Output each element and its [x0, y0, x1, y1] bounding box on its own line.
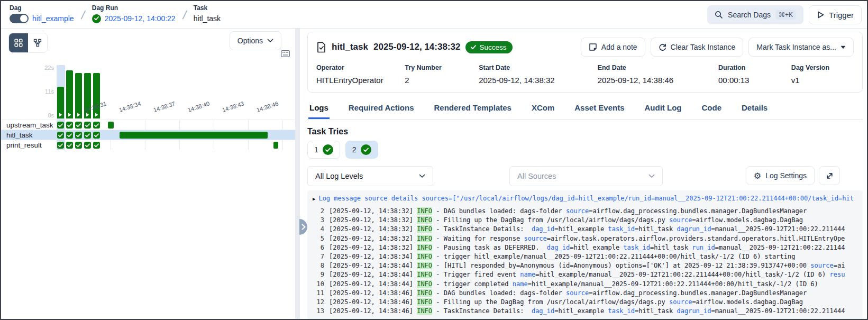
log-lines: 2[2025-09-12, 14:38:32] INFO - DAG bundl…	[313, 207, 863, 316]
add-note-button[interactable]: Add a note	[581, 38, 645, 57]
log-line: 4[2025-09-12, 14:38:32] INFO - TaskInsta…	[313, 225, 863, 234]
expand-icon	[826, 172, 834, 180]
log-output[interactable]: ▶Log message source details sources=["/u…	[307, 190, 863, 319]
search-dags-button[interactable]: Search Dags ⌘+K	[707, 5, 803, 24]
log-line-number: 9	[313, 270, 324, 279]
task-gantt-bar[interactable]	[120, 132, 268, 139]
try-success-icon	[361, 144, 371, 155]
dag-run-duration-bar[interactable]	[57, 87, 64, 118]
log-line: 13[2025-09-12, 14:38:46] INFO - TaskInst…	[313, 307, 863, 316]
dag-pause-toggle[interactable]	[10, 14, 29, 23]
task-instance-success-icon[interactable]	[93, 132, 100, 139]
log-level-badge: INFO	[417, 225, 432, 233]
task-row-label[interactable]: upstream_task	[6, 121, 53, 129]
task-instance-success-icon[interactable]	[84, 142, 91, 149]
note-icon	[589, 43, 597, 51]
refresh-icon	[659, 43, 666, 51]
chevron-down-icon	[419, 174, 425, 178]
breadcrumb: Dag hitl_example / Dag Run 2025-09-12, 1…	[10, 4, 221, 24]
dag-run-success-icon	[92, 14, 101, 23]
task-label: Task	[194, 4, 221, 12]
log-settings-button[interactable]: ⚙ Log Settings	[746, 166, 815, 185]
dag-run-duration-bar[interactable]	[66, 70, 73, 118]
meta-start-date: Start Date2025-09-12, 14:38:32	[479, 64, 597, 85]
task-instance-success-icon[interactable]	[57, 122, 64, 129]
duration-axis-label: 11s	[33, 88, 54, 95]
task-instance-success-icon[interactable]	[57, 142, 64, 149]
task-instance-success-icon[interactable]	[75, 132, 82, 139]
meta-operator: OperatorHITLEntryOperator	[316, 64, 405, 85]
tab-details[interactable]: Details	[741, 99, 769, 119]
task-gantt-bar[interactable]	[273, 142, 279, 149]
tab-asset-events[interactable]: Asset Events	[573, 99, 625, 119]
top-bar: Dag hitl_example / Dag Run 2025-09-12, 1…	[1, 1, 867, 29]
meta-end-date: End Date2025-09-12, 14:38:46	[598, 64, 718, 85]
task-instance-success-icon[interactable]	[93, 122, 100, 129]
play-icon	[68, 113, 71, 117]
tab-xcom[interactable]: XCom	[531, 99, 555, 119]
log-source-header-line[interactable]: ▶Log message source details sources=["/u…	[313, 194, 863, 204]
task-tries: 12	[307, 141, 863, 159]
dag-link[interactable]: hitl_example	[32, 14, 74, 23]
log-levels-select[interactable]: All Log Levels	[307, 166, 433, 186]
breadcrumb-dag: Dag hitl_example	[10, 4, 74, 24]
task-row[interactable]: upstream_task	[1, 120, 295, 130]
task-instance-success-icon[interactable]	[66, 122, 73, 129]
log-line: 11[2025-09-12, 14:38:46] INFO - DAG bund…	[313, 289, 863, 298]
log-sources-select[interactable]: All Sources	[509, 166, 663, 186]
log-level-badge: INFO	[417, 289, 432, 297]
gear-icon: ⚙	[754, 171, 761, 181]
task-gantt-bar[interactable]	[108, 122, 114, 129]
tab-required-actions[interactable]: Required Actions	[348, 99, 415, 119]
task-instance-success-icon[interactable]	[57, 132, 64, 139]
tab-audit-log[interactable]: Audit Log	[643, 99, 682, 119]
task-instance-success-icon[interactable]	[66, 132, 73, 139]
time-tick-label: 14:38:43	[221, 97, 254, 113]
expand-triangle-icon[interactable]: ▶	[313, 196, 315, 202]
try-success-icon	[323, 144, 333, 155]
clear-task-instance-label: Clear Task Instance	[671, 43, 736, 51]
tab-code[interactable]: Code	[700, 99, 723, 119]
meta-try-number: Try Number2	[405, 64, 479, 85]
trigger-button[interactable]: Trigger	[809, 5, 862, 24]
task-row-label[interactable]: hitl_task	[6, 131, 33, 139]
expand-logs-button[interactable]	[819, 166, 840, 185]
trigger-label: Trigger	[829, 11, 854, 20]
log-source-header-text: Log message source details sources=["/us…	[318, 195, 853, 202]
task-instance-success-icon[interactable]	[84, 132, 91, 139]
task-instance-success-icon[interactable]	[84, 122, 91, 129]
task-instance-success-icon[interactable]	[75, 122, 82, 129]
meta-value: 2025-09-12, 14:38:46	[598, 76, 718, 85]
meta-label: End Date	[598, 64, 718, 71]
panel-divider[interactable]	[295, 29, 300, 319]
try-2-chip[interactable]: 2	[345, 141, 378, 159]
mark-task-instance-as-button[interactable]: Mark Task Instance as...	[748, 38, 854, 57]
log-sources-placeholder: All Sources	[517, 172, 556, 180]
dag-run-duration-bar[interactable]	[75, 73, 82, 118]
dag-run-label: Dag Run	[92, 4, 176, 12]
play-icon	[86, 113, 89, 117]
try-1-chip[interactable]: 1	[307, 141, 340, 159]
meta-value: 00:00:13	[718, 76, 791, 85]
log-level-badge: INFO	[417, 207, 432, 215]
log-line: 3[2025-09-12, 14:38:32] INFO - Filling u…	[313, 216, 863, 225]
task-row[interactable]: hitl_task	[1, 130, 295, 140]
log-filters: All Log Levels All Sources ⚙ Log Setting…	[307, 166, 863, 186]
meta-value: HITLEntryOperator	[316, 76, 405, 85]
add-note-label: Add a note	[601, 43, 637, 51]
log-level-badge: INFO	[417, 298, 432, 306]
clear-task-instance-button[interactable]: Clear Task Instance	[651, 38, 744, 57]
dag-run-link[interactable]: 2025-09-12, 14:00:22	[105, 14, 176, 23]
dag-run-duration-bar[interactable]	[93, 73, 100, 118]
task-instance-success-icon[interactable]	[93, 142, 100, 149]
breadcrumb-separator: /	[80, 8, 86, 22]
task-row-label[interactable]: print_result	[6, 141, 42, 149]
tab-rendered-templates[interactable]: Rendered Templates	[433, 99, 512, 119]
tab-logs[interactable]: Logs	[308, 99, 330, 119]
meta-value: 2025-09-12, 14:38:32	[479, 76, 597, 85]
time-tick-label: 14:38:34	[118, 97, 151, 113]
meta-label: Start Date	[479, 64, 597, 71]
task-row[interactable]: print_result	[1, 140, 295, 150]
task-instance-success-icon[interactable]	[75, 142, 82, 149]
task-instance-success-icon[interactable]	[66, 142, 73, 149]
